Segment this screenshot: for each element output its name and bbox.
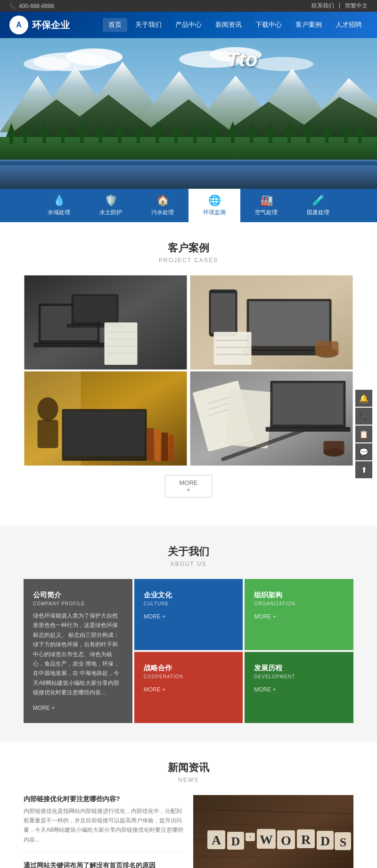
news-subtitle: NEWS bbox=[9, 777, 368, 783]
service-air[interactable]: 🏭 空气处理 bbox=[240, 189, 292, 222]
svg-rect-93 bbox=[147, 428, 154, 461]
org-title: 组织架构 bbox=[254, 591, 344, 600]
logo-text: 环保企业 bbox=[32, 19, 70, 32]
culture-more[interactable]: MORE + bbox=[144, 613, 234, 620]
side-phone-button[interactable]: 📞 bbox=[355, 408, 372, 425]
news-section: 新闻资讯 NEWS 内部链接优化时要注意哪些内容? 内部链接优化是指网站内部链接… bbox=[0, 742, 377, 868]
main-nav: 首页 关于我们 产品中心 新闻资讯 下载中心 客户案例 人才招聘 bbox=[103, 18, 368, 32]
svg-text:O: O bbox=[281, 833, 291, 848]
about-title-block: 关于我们 ABOUT US bbox=[9, 545, 368, 567]
news-list: 内部链接优化时要注意哪些内容? 内部链接优化是指网站内部链接进行优化，内部优化中… bbox=[24, 795, 184, 868]
service-monitor[interactable]: 🌐 环境监测 bbox=[188, 189, 240, 222]
svg-point-91 bbox=[38, 397, 58, 421]
service-sewage[interactable]: 🏠 污水处理 bbox=[137, 189, 188, 222]
company-subtitle: COMPANY PROFILE bbox=[33, 601, 123, 606]
svg-rect-81 bbox=[214, 332, 252, 365]
culture-title: 企业文化 bbox=[144, 591, 234, 600]
development-card[interactable]: 发展历程 DEVELOPMENT MORE + bbox=[245, 652, 353, 723]
news-grid: 内部链接优化时要注意哪些内容? 内部链接优化是指网站内部链接进行优化，内部优化中… bbox=[24, 795, 353, 868]
side-bell-button[interactable]: 🔔 bbox=[355, 390, 372, 407]
svg-rect-68 bbox=[74, 296, 116, 322]
separator: | bbox=[339, 2, 340, 10]
svg-rect-104 bbox=[273, 383, 344, 425]
cooperation-card[interactable]: 战略合作 COOPERATION MORE + bbox=[134, 652, 243, 723]
svg-rect-70 bbox=[105, 322, 138, 365]
about-grid: 公司简介 COMPANY PROFILE 绿色环保能源人类为了保护大自然形形色色… bbox=[24, 579, 353, 723]
nav-cases[interactable]: 客户案例 bbox=[290, 18, 328, 32]
side-chat-button[interactable]: 💬 bbox=[355, 443, 372, 460]
cases-section: 客户案例 PROJECT CASES bbox=[0, 222, 377, 526]
header: A 环保企业 首页 关于我们 产品中心 新闻资讯 下载中心 客户案例 人才招聘 bbox=[0, 12, 377, 38]
culture-card[interactable]: 企业文化 CULTURE MORE + bbox=[134, 579, 243, 650]
hero-banner: Tto bbox=[0, 38, 377, 189]
svg-rect-60 bbox=[0, 160, 377, 189]
coop-more[interactable]: MORE + bbox=[144, 686, 234, 693]
svg-rect-90 bbox=[65, 411, 145, 456]
news-item-1: 内部链接优化时要注意哪些内容? 内部链接优化是指网站内部链接进行优化，内部优化中… bbox=[24, 795, 184, 852]
logo[interactable]: A 环保企业 bbox=[9, 16, 70, 34]
dev-more[interactable]: MORE + bbox=[254, 686, 344, 693]
side-share-button[interactable]: 📋 bbox=[355, 426, 372, 442]
monitor-icon: 🌐 bbox=[198, 194, 231, 207]
news-item-2: 通过网站关键词布局了解没有首页排名的原因 网站关键词布局对于十个网站来说是非常重… bbox=[24, 861, 184, 868]
case-item-1[interactable] bbox=[24, 275, 188, 370]
svg-rect-102 bbox=[225, 388, 272, 448]
svg-text:·: · bbox=[249, 834, 251, 841]
case-item-4[interactable] bbox=[189, 371, 353, 466]
about-subtitle: ABOUT US bbox=[9, 561, 368, 567]
svg-text:A: A bbox=[212, 833, 221, 847]
svg-text:R: R bbox=[301, 832, 311, 847]
dev-title: 发展历程 bbox=[254, 664, 344, 673]
about-section: 关于我们 ABOUT US 公司简介 COMPANY PROFILE 绿色环保能… bbox=[0, 526, 377, 742]
nav-download[interactable]: 下载中心 bbox=[250, 18, 287, 32]
logo-icon: A bbox=[9, 16, 28, 34]
news-title-2[interactable]: 通过网站关键词布局了解没有首页排名的原因 bbox=[24, 861, 184, 868]
org-more[interactable]: MORE + bbox=[254, 613, 344, 620]
nav-products[interactable]: 产品中心 bbox=[170, 18, 207, 32]
news-title: 新闻资讯 bbox=[9, 761, 368, 775]
service-water-label: 水域处理 bbox=[42, 209, 75, 217]
svg-text:D: D bbox=[320, 834, 330, 848]
service-waste[interactable]: 🧪 固废处理 bbox=[292, 189, 344, 222]
nav-about[interactable]: 关于我们 bbox=[130, 18, 167, 32]
svg-rect-66 bbox=[34, 343, 105, 347]
service-soil[interactable]: 🛡️ 水土防护 bbox=[85, 189, 137, 222]
about-title: 关于我们 bbox=[9, 545, 368, 559]
side-buttons: 🔔 📞 📋 💬 ⬆ bbox=[355, 390, 372, 478]
nav-home[interactable]: 首页 bbox=[103, 18, 127, 32]
news-image: A D · W O R D S bbox=[193, 795, 353, 868]
company-text: 绿色环保能源人类为了保护大自然形形色色一种行为，这是绿色环保标志的起义。 标志由… bbox=[33, 611, 123, 698]
case-item-3[interactable] bbox=[24, 371, 188, 466]
cases-more-button[interactable]: MORE + bbox=[165, 475, 212, 498]
side-top-button[interactable]: ⬆ bbox=[355, 461, 372, 478]
service-air-label: 空气处理 bbox=[250, 209, 283, 217]
dev-subtitle: DEVELOPMENT bbox=[254, 674, 344, 679]
news-title-block: 新闻资讯 NEWS bbox=[9, 761, 368, 783]
coop-title: 战略合作 bbox=[144, 664, 234, 673]
service-waste-label: 固废处理 bbox=[302, 209, 335, 217]
svg-point-3 bbox=[24, 57, 71, 71]
company-profile-card: 公司简介 COMPANY PROFILE 绿色环保能源人类为了保护大自然形形色色… bbox=[24, 579, 132, 723]
svg-rect-96 bbox=[169, 435, 174, 461]
case-item-2[interactable] bbox=[189, 275, 353, 370]
culture-subtitle: CULTURE bbox=[144, 601, 234, 606]
lang-link[interactable]: 简繁中文 bbox=[345, 2, 368, 10]
svg-rect-79 bbox=[249, 301, 329, 346]
waste-icon: 🧪 bbox=[302, 194, 335, 207]
soil-icon: 🛡️ bbox=[94, 194, 127, 207]
svg-rect-77 bbox=[211, 293, 236, 333]
service-water[interactable]: 💧 水域处理 bbox=[33, 189, 85, 222]
svg-text:D: D bbox=[231, 835, 240, 848]
top-bar: 📞 400-888-8888 联系我们 | 简繁中文 bbox=[0, 0, 377, 12]
news-title-1[interactable]: 内部链接优化时要注意哪些内容? bbox=[24, 795, 184, 804]
cases-title-block: 客户案例 PROJECT CASES bbox=[9, 241, 368, 264]
nav-news[interactable]: 新闻资讯 bbox=[210, 18, 247, 32]
company-more[interactable]: MORE + bbox=[33, 705, 123, 711]
svg-rect-94 bbox=[155, 430, 161, 461]
service-sewage-label: 污水处理 bbox=[146, 209, 179, 217]
sewage-icon: 🏠 bbox=[146, 194, 179, 207]
contact-link[interactable]: 联系我们 bbox=[311, 2, 334, 10]
organization-card[interactable]: 组织架构 ORGANIZATION MORE + bbox=[245, 579, 353, 650]
nav-recruit[interactable]: 人才招聘 bbox=[330, 18, 368, 32]
news-text-1: 内部链接优化是指网站内部链接进行优化，内部优化中，分配到权重量是不一样的，并且目… bbox=[24, 806, 184, 845]
